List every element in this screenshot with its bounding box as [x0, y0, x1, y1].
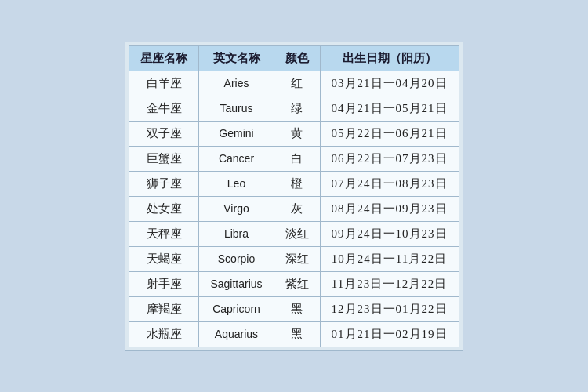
cell-english-name: Libra: [199, 221, 274, 246]
cell-color: 黑: [274, 321, 320, 347]
table-row: 天秤座Libra淡红09月24日一10月23日: [129, 221, 459, 246]
table-header-row: 星座名称 英文名称 颜色 出生日期（阳历）: [129, 45, 459, 71]
cell-color: 灰: [274, 196, 320, 221]
cell-english-name: Aquarius: [199, 321, 274, 347]
zodiac-table-container: 星座名称 英文名称 颜色 出生日期（阳历） 白羊座Aries红03月21日一04…: [125, 42, 463, 351]
cell-color: 红: [274, 71, 320, 96]
cell-color: 黄: [274, 121, 320, 146]
table-row: 射手座Sagittarius紫红11月23日一12月22日: [129, 271, 459, 296]
cell-chinese-name: 摩羯座: [129, 296, 199, 321]
table-row: 摩羯座Capricorn黑12月23日一01月22日: [129, 296, 459, 321]
cell-chinese-name: 双子座: [129, 121, 199, 146]
table-row: 巨蟹座Cancer白06月22日一07月23日: [129, 146, 459, 171]
cell-dates: 01月21日一02月19日: [320, 321, 459, 347]
cell-dates: 10月24日一11月22日: [320, 246, 459, 271]
cell-color: 淡红: [274, 221, 320, 246]
cell-dates: 12月23日一01月22日: [320, 296, 459, 321]
cell-dates: 08月24日一09月23日: [320, 196, 459, 221]
cell-dates: 03月21日一04月20日: [320, 71, 459, 96]
table-row: 处女座Virgo灰08月24日一09月23日: [129, 196, 459, 221]
table-row: 白羊座Aries红03月21日一04月20日: [129, 71, 459, 96]
cell-dates: 04月21日一05月21日: [320, 96, 459, 121]
cell-english-name: Taurus: [199, 96, 274, 121]
table-row: 金牛座Taurus绿04月21日一05月21日: [129, 96, 459, 121]
cell-color: 橙: [274, 171, 320, 196]
cell-color: 黑: [274, 296, 320, 321]
cell-english-name: Scorpio: [199, 246, 274, 271]
cell-dates: 07月24日一08月23日: [320, 171, 459, 196]
cell-chinese-name: 巨蟹座: [129, 146, 199, 171]
zodiac-table: 星座名称 英文名称 颜色 出生日期（阳历） 白羊座Aries红03月21日一04…: [129, 45, 459, 347]
cell-chinese-name: 天蝎座: [129, 246, 199, 271]
cell-chinese-name: 水瓶座: [129, 321, 199, 347]
cell-color: 白: [274, 146, 320, 171]
cell-chinese-name: 金牛座: [129, 96, 199, 121]
cell-english-name: Cancer: [199, 146, 274, 171]
cell-chinese-name: 白羊座: [129, 71, 199, 96]
col-header-chinese: 星座名称: [129, 45, 199, 71]
table-row: 狮子座Leo橙07月24日一08月23日: [129, 171, 459, 196]
col-header-dates: 出生日期（阳历）: [320, 45, 459, 71]
cell-english-name: Capricorn: [199, 296, 274, 321]
table-row: 天蝎座Scorpio深红10月24日一11月22日: [129, 246, 459, 271]
table-row: 水瓶座Aquarius黑01月21日一02月19日: [129, 321, 459, 347]
cell-dates: 09月24日一10月23日: [320, 221, 459, 246]
col-header-color: 颜色: [274, 45, 320, 71]
cell-english-name: Gemini: [199, 121, 274, 146]
cell-dates: 11月23日一12月22日: [320, 271, 459, 296]
cell-color: 绿: [274, 96, 320, 121]
cell-dates: 05月22日一06月21日: [320, 121, 459, 146]
cell-color: 紫红: [274, 271, 320, 296]
table-row: 双子座Gemini黄05月22日一06月21日: [129, 121, 459, 146]
cell-english-name: Leo: [199, 171, 274, 196]
cell-english-name: Virgo: [199, 196, 274, 221]
cell-dates: 06月22日一07月23日: [320, 146, 459, 171]
cell-english-name: Sagittarius: [199, 271, 274, 296]
cell-chinese-name: 天秤座: [129, 221, 199, 246]
col-header-english: 英文名称: [199, 45, 274, 71]
cell-chinese-name: 处女座: [129, 196, 199, 221]
cell-color: 深红: [274, 246, 320, 271]
cell-chinese-name: 狮子座: [129, 171, 199, 196]
cell-english-name: Aries: [199, 71, 274, 96]
cell-chinese-name: 射手座: [129, 271, 199, 296]
